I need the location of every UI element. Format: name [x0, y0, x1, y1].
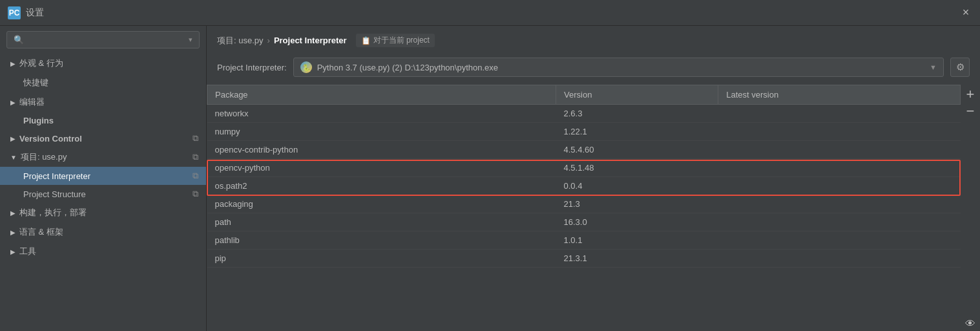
arrow-icon: ▶: [10, 135, 16, 142]
table-row[interactable]: pathlib1.0.1: [207, 231, 961, 250]
sidebar-item-keymap[interactable]: 快捷键: [0, 73, 206, 92]
content-area: 项目: use.py › Project Interpreter 📋 对于当前 …: [207, 26, 980, 331]
eye-button[interactable]: 👁: [963, 317, 977, 331]
search-caret: ▾: [189, 36, 193, 44]
arrow-icon: ▶: [10, 229, 16, 236]
package-version: 4.5.1.48: [556, 159, 718, 177]
sidebar-item-build[interactable]: ▶ 构建，执行，部署: [0, 203, 206, 222]
package-name: path: [207, 213, 556, 231]
python-icon: 🐍: [300, 61, 312, 73]
table-row[interactable]: opencv-contrib-python4.5.4.60: [207, 141, 961, 159]
package-name: packaging: [207, 195, 556, 213]
sidebar-item-project[interactable]: ▼ 项目: use.py ⧉: [0, 147, 206, 167]
table-header: Package Version Latest version: [207, 85, 961, 105]
search-input[interactable]: [28, 35, 186, 45]
right-actions: + − 👁: [961, 85, 980, 331]
arrow-icon: ▼: [10, 154, 17, 161]
copy-icon: ⧉: [193, 152, 198, 162]
window-title: 设置: [26, 7, 959, 19]
close-button[interactable]: ×: [959, 6, 972, 19]
interpreter-selector[interactable]: 🐍 Python 3.7 (use.py) (2) D:\123python\p…: [293, 58, 944, 77]
package-latest: [718, 105, 961, 123]
search-icon: 🔍: [14, 35, 24, 45]
sidebar-item-plugins[interactable]: Plugins: [0, 112, 206, 129]
interpreter-row: Project Interpreter: 🐍 Python 3.7 (use.p…: [207, 52, 980, 85]
package-version: 1.22.1: [556, 123, 718, 141]
breadcrumb-current: Project Interpreter: [274, 36, 347, 45]
sidebar-item-appearance[interactable]: ▶ 外观 & 行为: [0, 54, 206, 73]
sidebar-item-languages[interactable]: ▶ 语言 & 框架: [0, 222, 206, 242]
gear-button[interactable]: ⚙: [950, 58, 970, 77]
package-latest: [718, 123, 961, 141]
copy-icon: ⧉: [193, 189, 198, 199]
package-latest: [718, 141, 961, 159]
table-wrapper: Package Version Latest version networkx2…: [207, 85, 961, 331]
package-name: pathlib: [207, 231, 556, 250]
col-latest: Latest version: [718, 85, 961, 105]
app-icon: PC: [8, 6, 21, 19]
table-row[interactable]: path16.3.0: [207, 213, 961, 231]
package-latest: [718, 177, 961, 195]
table-row[interactable]: pip21.3.1: [207, 250, 961, 268]
package-latest: [718, 213, 961, 231]
package-version: 16.3.0: [556, 213, 718, 231]
header-row: Package Version Latest version: [207, 85, 961, 105]
remove-package-button[interactable]: −: [963, 104, 977, 118]
arrow-icon: ▶: [10, 209, 16, 217]
copy-icon: ⧉: [193, 171, 198, 181]
package-version: 2.6.3: [556, 105, 718, 123]
interpreter-value: Python 3.7 (use.py) (2) D:\123python\pyt…: [317, 63, 924, 72]
package-name: numpy: [207, 123, 556, 141]
breadcrumb: 项目: use.py › Project Interpreter 📋 对于当前 …: [207, 26, 980, 52]
packages-body: networkx2.6.3numpy1.22.1opencv-contrib-p…: [207, 105, 961, 268]
package-name: opencv-python: [207, 159, 556, 177]
package-name: opencv-contrib-python: [207, 141, 556, 159]
package-version: 4.5.4.60: [556, 141, 718, 159]
package-version: 0.0.4: [556, 177, 718, 195]
table-row[interactable]: networkx2.6.3: [207, 105, 961, 123]
badge-text: 对于当前 project: [373, 35, 430, 46]
scope-badge: 📋 对于当前 project: [356, 34, 435, 47]
package-name: pip: [207, 250, 556, 268]
add-package-button[interactable]: +: [963, 87, 977, 101]
titlebar: PC 设置 ×: [0, 0, 980, 26]
packages-table: Package Version Latest version networkx2…: [207, 85, 961, 268]
package-latest: [718, 159, 961, 177]
sidebar: 🔍 ▾ ▶ 外观 & 行为 快捷键 ▶ 编辑器 Plugins: [0, 26, 207, 331]
arrow-icon: ▶: [10, 248, 16, 255]
gear-icon: ⚙: [956, 61, 964, 73]
package-version: 21.3: [556, 195, 718, 213]
copy-icon: ⧉: [193, 133, 198, 144]
sidebar-item-project-structure[interactable]: Project Structure ⧉: [0, 185, 206, 203]
package-name: networkx: [207, 105, 556, 123]
content-body: Package Version Latest version networkx2…: [207, 85, 980, 331]
table-row[interactable]: packaging21.3: [207, 195, 961, 213]
badge-icon: 📋: [361, 36, 371, 45]
sidebar-item-editor[interactable]: ▶ 编辑器: [0, 92, 206, 112]
breadcrumb-separator: ›: [267, 36, 270, 45]
arrow-icon: ▶: [10, 99, 16, 106]
package-latest: [718, 195, 961, 213]
package-latest: [718, 231, 961, 250]
sidebar-item-project-interpreter[interactable]: Project Interpreter ⧉: [0, 167, 206, 185]
main-layout: 🔍 ▾ ▶ 外观 & 行为 快捷键 ▶ 编辑器 Plugins: [0, 26, 980, 331]
arrow-icon: ▶: [10, 60, 16, 67]
package-version: 1.0.1: [556, 231, 718, 250]
table-container: Package Version Latest version networkx2…: [207, 85, 961, 268]
package-latest: [718, 250, 961, 268]
breadcrumb-project: 项目: use.py: [217, 35, 264, 47]
package-name: os.path2: [207, 177, 556, 195]
sidebar-item-vcs[interactable]: ▶ Version Control ⧉: [0, 129, 206, 147]
col-version: Version: [556, 85, 718, 105]
col-package: Package: [207, 85, 556, 105]
table-row[interactable]: numpy1.22.1: [207, 123, 961, 141]
search-box[interactable]: 🔍 ▾: [6, 31, 200, 48]
table-row[interactable]: opencv-python4.5.1.48: [207, 159, 961, 177]
package-version: 21.3.1: [556, 250, 718, 268]
dropdown-arrow-icon: ▼: [930, 63, 937, 71]
sidebar-item-tools[interactable]: ▶ 工具: [0, 242, 206, 261]
table-row[interactable]: os.path20.0.4: [207, 177, 961, 195]
interpreter-label: Project Interpreter:: [217, 63, 287, 72]
